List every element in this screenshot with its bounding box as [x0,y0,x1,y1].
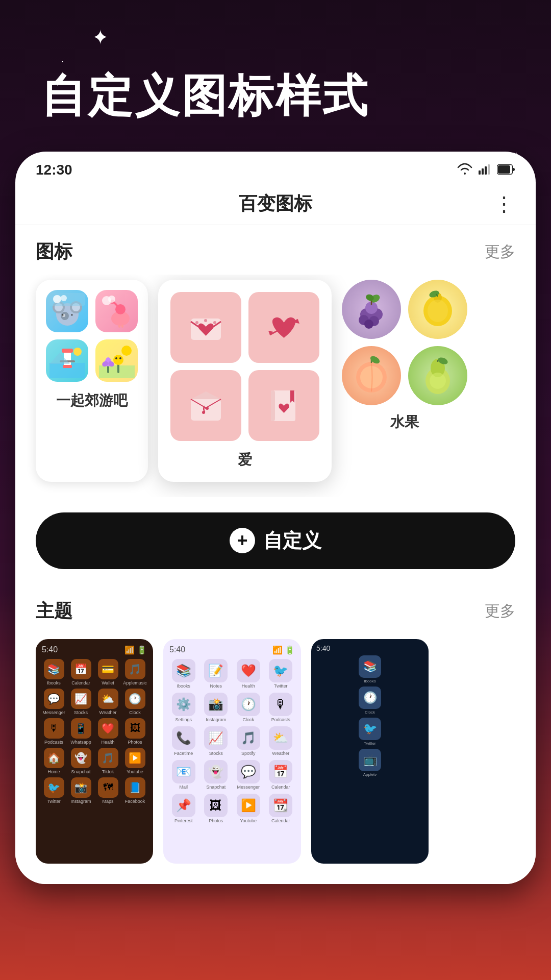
more-button[interactable]: ⋮ [494,193,515,214]
phone-mockup: 12:30 [15,152,536,884]
icon-pack-love[interactable]: 爱 [158,280,332,482]
fruit-pear [408,346,467,405]
svg-point-39 [113,355,123,365]
t1-icon-podcasts: 🎙 Podcasts [42,718,66,745]
fruit-pack-name: 水果 [342,412,467,432]
t1-icon-tiktok: 🎵 Tiktok [96,748,120,774]
t1-icon-applemusic: 🎵 Applemusic [123,659,147,685]
plus-icon: + [230,528,255,553]
theme-light-purple[interactable]: 5:40 📶 🔋 📚 Ibooks 📝 Notes ❤️ Health [163,639,301,864]
svg-point-24 [108,296,115,303]
svg-point-43 [119,357,121,359]
t1-icon-photos: 🖼 Photos [123,718,147,745]
svg-point-47 [204,319,207,322]
fruit-lemon [408,280,467,339]
t2-icon-clock: 🕐 Clock [234,693,263,722]
t2-icon-photos: 🖼 Photos [202,794,231,823]
t2-icon-calendar: 📅 Calendar [267,760,295,790]
svg-point-13 [62,314,63,316]
t2-icon-messenger: 💬 Messenger [234,760,263,790]
customize-label: 自定义 [263,528,321,554]
love-icon-3 [170,370,241,441]
signal-icon [479,162,491,178]
status-time: 12:30 [36,162,72,178]
svg-rect-51 [191,399,221,421]
svg-point-33 [121,346,132,356]
icon-section-header: 图标 更多 [15,225,536,275]
customize-button[interactable]: + 自定义 [36,512,515,569]
t1-icon-ibooks: 📚 Ibooks [42,659,66,685]
svg-point-72 [360,366,383,388]
svg-point-14 [71,314,72,316]
app-header: 百变图标 ⋮ [15,183,536,225]
svg-point-77 [430,373,446,389]
t1-icon-clock: 🕐 Clock [123,689,147,715]
t2-icon-instagram: 📸 Instagram [202,693,231,722]
status-icons [457,162,515,178]
outdoor-icon-1 [46,290,88,332]
theme2-time: 5:40 [169,645,185,655]
t1-icon-wallet: 💳 Wallet [96,659,120,685]
svg-rect-55 [271,390,275,421]
t1-icon-instagram: 📸 Instagram [69,777,93,804]
icon-pack-outdoor[interactable]: 一起郊游吧 [36,280,148,482]
t3-icon-appletv: 📺 Appletv [316,749,423,777]
t2-icon-stocks: 📈 Stocks [202,726,231,756]
fruit-peach [342,346,401,405]
t3-icon-twitter: 🐦 Twitter [316,718,423,746]
t2-icon-mail: 📧 Mail [169,760,198,790]
t2-icon-podcasts: 🎙 Podcasts [267,693,295,722]
t2-icon-health: ❤️ Health [234,659,263,689]
svg-point-45 [195,321,198,324]
t2-icon-facetime: 📞 Facetime [169,726,198,756]
t1-icon-youtube: ▶️ Youtube [123,748,147,774]
t1-icon-maps: 🗺 Maps [96,777,120,804]
svg-rect-2 [485,166,487,175]
svg-rect-28 [63,365,72,368]
themes-section-header: 主题 更多 [15,584,536,634]
svg-point-46 [213,321,216,324]
t2-icon-ibooks: 📚 Ibooks [169,659,198,689]
svg-rect-3 [488,164,490,175]
t2-icon-notes: 📝 Notes [202,659,231,689]
t1-icon-facebook: 📘 Facebook [123,777,147,804]
svg-point-42 [115,357,117,359]
theme-dark-blue[interactable]: 5:40 📚 Ibooks 🕐 Clock 🐦 Twitter [311,639,429,864]
t3-icon-ibooks: 📚 Ibooks [316,655,423,683]
t2-icon-spotify: 🎵 Spotify [234,726,263,756]
icon-packs-row: 一起郊游吧 [15,275,536,497]
theme3-time: 5:40 [316,644,330,652]
theme-dark-brown[interactable]: 5:40 📶 🔋 📚 Ibooks 📅 Calendar 💳 Wallet [36,639,153,864]
outdoor-icon-4 [95,339,138,382]
icon-section-more[interactable]: 更多 [485,241,515,262]
themes-title: 主题 [36,599,72,624]
t1-icon-messenger: 💬 Messenger [42,689,66,715]
svg-rect-5 [498,165,510,174]
outdoor-icon-3 [46,339,88,382]
outdoor-icon-2 [95,290,138,332]
svg-rect-32 [99,365,135,378]
themes-more[interactable]: 更多 [485,601,515,622]
status-bar: 12:30 [15,152,536,183]
page-title: 自定义图标样式 [41,71,510,121]
customize-section: + 自定义 [15,497,536,584]
t1-icon-weather: ⛅ Weather [96,689,120,715]
love-icon-4 [248,370,319,441]
svg-point-62 [364,320,373,329]
t2-icon-settings: ⚙️ Settings [169,693,198,722]
svg-point-30 [73,348,82,356]
love-icon-2 [248,292,319,363]
love-pack-name: 爱 [170,450,319,470]
t1-icon-calendar: 📅 Calendar [69,659,93,685]
theme2-signal: 📶 🔋 [272,645,295,655]
svg-rect-22 [121,325,123,328]
theme1-signal: 📶 🔋 [124,645,147,655]
app-title: 百变图标 [239,191,312,216]
icon-pack-fruit[interactable]: 水果 [342,280,467,482]
fruit-grape [342,280,401,339]
svg-rect-21 [118,325,120,328]
t1-icon-health: ❤️ Health [96,718,120,745]
icon-section-title: 图标 [36,239,72,264]
t2-icon-twitter: 🐦 Twitter [267,659,295,689]
t2-icon-pinterest: 📌 Pinterest [169,794,198,823]
